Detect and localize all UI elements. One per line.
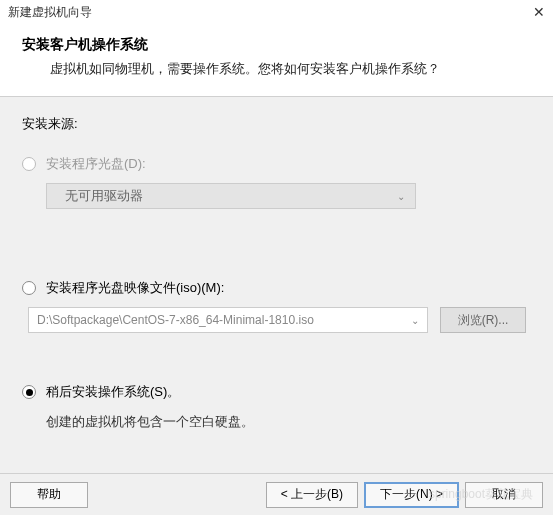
option-disc: 安装程序光盘(D): 无可用驱动器 ⌄: [22, 155, 531, 209]
install-source-label: 安装来源:: [22, 115, 531, 133]
option-iso: 安装程序光盘映像文件(iso)(M): D:\Softpackage\CentO…: [22, 279, 531, 333]
browse-button: 浏览(R)...: [440, 307, 526, 333]
page-subtitle: 虚拟机如同物理机，需要操作系统。您将如何安装客户机操作系统？: [22, 60, 531, 78]
titlebar: 新建虚拟机向导 ✕: [0, 0, 553, 24]
radio-disc[interactable]: [22, 157, 36, 171]
back-button[interactable]: < 上一步(B): [266, 482, 358, 508]
chevron-down-icon: ⌄: [411, 315, 419, 326]
help-button[interactable]: 帮助: [10, 482, 88, 508]
wizard-header: 安装客户机操作系统 虚拟机如同物理机，需要操作系统。您将如何安装客户机操作系统？: [0, 24, 553, 97]
close-icon[interactable]: ✕: [533, 4, 545, 20]
iso-path-value: D:\Softpackage\CentOS-7-x86_64-Minimal-1…: [37, 313, 314, 327]
option-disc-label: 安装程序光盘(D):: [46, 155, 146, 173]
radio-later[interactable]: [22, 385, 36, 399]
option-iso-label: 安装程序光盘映像文件(iso)(M):: [46, 279, 224, 297]
nav-button-group: < 上一步(B) 下一步(N) > 取消: [266, 482, 543, 508]
option-later-note: 创建的虚拟机将包含一个空白硬盘。: [46, 413, 531, 431]
radio-iso[interactable]: [22, 281, 36, 295]
chevron-down-icon: ⌄: [397, 191, 405, 202]
dropdown-value: 无可用驱动器: [65, 187, 143, 205]
cancel-button[interactable]: 取消: [465, 482, 543, 508]
option-later-row[interactable]: 稍后安装操作系统(S)。: [22, 383, 531, 401]
option-disc-row[interactable]: 安装程序光盘(D):: [22, 155, 531, 173]
iso-path-row: D:\Softpackage\CentOS-7-x86_64-Minimal-1…: [28, 307, 531, 333]
wizard-footer: 帮助 < 上一步(B) 下一步(N) > 取消: [0, 473, 553, 515]
option-later: 稍后安装操作系统(S)。 创建的虚拟机将包含一个空白硬盘。: [22, 383, 531, 431]
iso-path-input: D:\Softpackage\CentOS-7-x86_64-Minimal-1…: [28, 307, 428, 333]
option-later-label: 稍后安装操作系统(S)。: [46, 383, 180, 401]
next-button[interactable]: 下一步(N) >: [364, 482, 459, 508]
wizard-body: 安装来源: 安装程序光盘(D): 无可用驱动器 ⌄ 安装程序光盘映像文件(iso…: [0, 97, 553, 451]
page-title: 安装客户机操作系统: [22, 36, 531, 54]
window-title: 新建虚拟机向导: [8, 4, 92, 21]
disc-drive-dropdown: 无可用驱动器 ⌄: [46, 183, 416, 209]
option-iso-row[interactable]: 安装程序光盘映像文件(iso)(M):: [22, 279, 531, 297]
